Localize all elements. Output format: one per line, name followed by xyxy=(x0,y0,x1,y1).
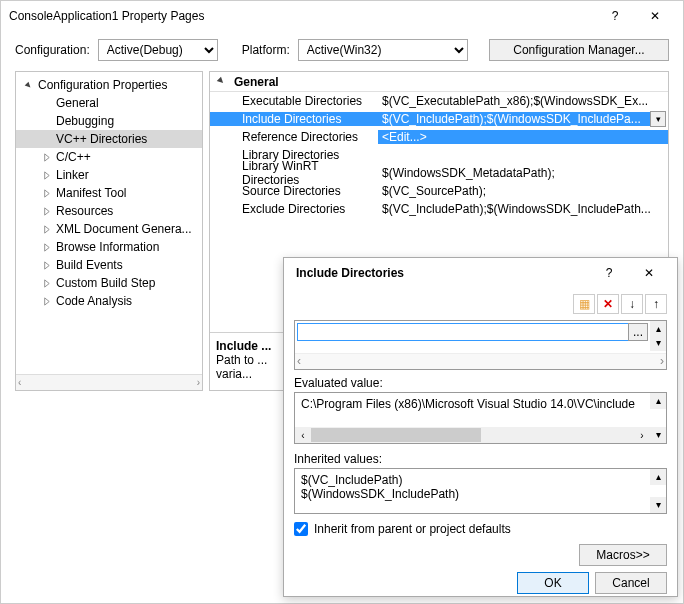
configuration-manager-button[interactable]: Configuration Manager... xyxy=(489,39,669,61)
eval-h-scrollbar[interactable]: ‹› xyxy=(295,427,650,443)
expand-icon[interactable] xyxy=(40,169,52,181)
grid-header-label: General xyxy=(234,75,279,89)
scroll-down-icon[interactable]: ▾ xyxy=(650,335,666,351)
h-scrollbar[interactable]: ‹› xyxy=(295,353,666,369)
sub-toolbar: ▦ ✕ ↓ ↑ xyxy=(294,294,667,314)
cancel-button[interactable]: Cancel xyxy=(595,572,667,594)
tree-item-manifest-tool[interactable]: Manifest Tool xyxy=(16,184,202,202)
inherited-value-0: $(VC_IncludePath) xyxy=(301,473,660,487)
grid-row-executable-directories[interactable]: Executable Directories$(VC_ExecutablePat… xyxy=(210,92,668,110)
tree-item-label: Build Events xyxy=(56,258,123,272)
property-name: Reference Directories xyxy=(210,130,378,144)
tree-item-custom-build-step[interactable]: Custom Build Step xyxy=(16,274,202,292)
property-value[interactable]: $(VC_IncludePath);$(WindowsSDK_IncludePa… xyxy=(378,112,650,126)
include-directories-dialog: Include Directories ? ✕ ▦ ✕ ↓ ↑ ... ▴ ▾ … xyxy=(283,257,678,597)
expand-icon[interactable] xyxy=(40,205,52,217)
expand-icon[interactable] xyxy=(40,295,52,307)
tree-item-code-analysis[interactable]: Code Analysis xyxy=(16,292,202,310)
tree-item-debugging[interactable]: Debugging xyxy=(16,112,202,130)
paths-listbox[interactable]: ... ▴ ▾ ‹› xyxy=(294,320,667,370)
path-input[interactable] xyxy=(297,323,629,341)
property-name: Library WinRT Directories xyxy=(210,159,378,187)
macros-button[interactable]: Macros>> xyxy=(579,544,667,566)
inherit-checkbox[interactable] xyxy=(294,522,308,536)
inherit-checkbox-row[interactable]: Inherit from parent or project defaults xyxy=(294,522,667,536)
tree-item-browse-information[interactable]: Browse Information xyxy=(16,238,202,256)
property-name: Exclude Directories xyxy=(210,202,378,216)
tree-item-label: Code Analysis xyxy=(56,294,132,308)
dropdown-icon[interactable]: ▾ xyxy=(650,111,666,127)
tree-item-label: Browse Information xyxy=(56,240,159,254)
tree-item-label: C/C++ xyxy=(56,150,91,164)
expand-icon[interactable] xyxy=(40,241,52,253)
tree-item-build-events[interactable]: Build Events xyxy=(16,256,202,274)
tree-item-general[interactable]: General xyxy=(16,94,202,112)
property-name: Executable Directories xyxy=(210,94,378,108)
close-button[interactable]: ✕ xyxy=(635,1,675,31)
configuration-select[interactable]: Active(Debug) xyxy=(98,39,218,61)
no-icon xyxy=(40,97,52,109)
tree-item-resources[interactable]: Resources xyxy=(16,202,202,220)
property-value[interactable]: $(VC_ExecutablePath_x86);$(WindowsSDK_Ex… xyxy=(378,94,668,108)
property-value[interactable]: $(VC_IncludePath);$(WindowsSDK_IncludePa… xyxy=(378,202,668,216)
eval-scroll-up[interactable]: ▴ xyxy=(650,393,666,409)
expand-icon[interactable] xyxy=(40,151,52,163)
property-value[interactable]: $(VC_SourcePath); xyxy=(378,184,668,198)
expand-icon[interactable] xyxy=(40,187,52,199)
platform-label: Platform: xyxy=(242,43,290,57)
inherit-checkbox-label: Inherit from parent or project defaults xyxy=(314,522,511,536)
evaluated-value-text: C:\Program Files (x86)\Microsoft Visual … xyxy=(301,397,660,411)
evaluated-value-box: C:\Program Files (x86)\Microsoft Visual … xyxy=(294,392,667,444)
tree-item-configuration-properties[interactable]: Configuration Properties xyxy=(16,76,202,94)
collapse-icon[interactable] xyxy=(22,79,34,91)
expand-icon[interactable] xyxy=(40,259,52,271)
tree-item-c-c-[interactable]: C/C++ xyxy=(16,148,202,166)
evaluated-label: Evaluated value: xyxy=(294,376,667,390)
grid-row-include-directories[interactable]: Include Directories$(VC_IncludePath);$(W… xyxy=(210,110,668,128)
property-tree[interactable]: Configuration PropertiesGeneralDebugging… xyxy=(15,71,203,391)
tree-item-label: Configuration Properties xyxy=(38,78,167,92)
tree-scrollbar[interactable]: ‹› xyxy=(16,374,202,390)
tree-item-vc-directories[interactable]: VC++ Directories xyxy=(16,130,202,148)
property-value[interactable]: $(WindowsSDK_MetadataPath); xyxy=(378,166,668,180)
browse-button[interactable]: ... xyxy=(628,323,648,341)
tree-item-label: Resources xyxy=(56,204,113,218)
tree-item-label: VC++ Directories xyxy=(56,132,147,146)
platform-select[interactable]: Active(Win32) xyxy=(298,39,468,61)
sub-titlebar: Include Directories ? ✕ xyxy=(284,258,677,288)
sub-body: ▦ ✕ ↓ ↑ ... ▴ ▾ ‹› Evaluated value: C:\P… xyxy=(284,288,677,600)
sub-close-button[interactable]: ✕ xyxy=(629,258,669,288)
grid-row-library-winrt-directories[interactable]: Library WinRT Directories$(WindowsSDK_Me… xyxy=(210,164,668,182)
tree-item-label: XML Document Genera... xyxy=(56,222,192,236)
grid-category-header[interactable]: General xyxy=(210,72,668,92)
configuration-label: Configuration: xyxy=(15,43,90,57)
main-titlebar: ConsoleApplication1 Property Pages ? ✕ xyxy=(1,1,683,31)
inherited-value-1: $(WindowsSDK_IncludePath) xyxy=(301,487,660,501)
grid-row-exclude-directories[interactable]: Exclude Directories$(VC_IncludePath);$(W… xyxy=(210,200,668,218)
new-line-button[interactable]: ▦ xyxy=(573,294,595,314)
move-down-button[interactable]: ↓ xyxy=(621,294,643,314)
ok-button[interactable]: OK xyxy=(517,572,589,594)
inherited-label: Inherited values: xyxy=(294,452,667,466)
property-value[interactable]: <Edit...> xyxy=(378,130,668,144)
inherited-values-box: $(VC_IncludePath) $(WindowsSDK_IncludePa… xyxy=(294,468,667,514)
grid-row-reference-directories[interactable]: Reference Directories<Edit...> xyxy=(210,128,668,146)
no-icon xyxy=(40,133,52,145)
expand-icon[interactable] xyxy=(40,223,52,235)
tree-item-xml-document-genera-[interactable]: XML Document Genera... xyxy=(16,220,202,238)
help-button[interactable]: ? xyxy=(595,1,635,31)
inh-scroll-down[interactable]: ▾ xyxy=(650,497,666,513)
config-row: Configuration: Active(Debug) Platform: A… xyxy=(1,31,683,71)
tree-item-label: Manifest Tool xyxy=(56,186,126,200)
tree-item-label: Custom Build Step xyxy=(56,276,155,290)
eval-scroll-down[interactable]: ▾ xyxy=(650,427,666,443)
grid-row-source-directories[interactable]: Source Directories$(VC_SourcePath); xyxy=(210,182,668,200)
no-icon xyxy=(40,115,52,127)
main-title: ConsoleApplication1 Property Pages xyxy=(9,9,595,23)
expand-icon[interactable] xyxy=(40,277,52,289)
tree-item-linker[interactable]: Linker xyxy=(16,166,202,184)
inh-scroll-up[interactable]: ▴ xyxy=(650,469,666,485)
sub-help-button[interactable]: ? xyxy=(589,258,629,288)
move-up-button[interactable]: ↑ xyxy=(645,294,667,314)
delete-line-button[interactable]: ✕ xyxy=(597,294,619,314)
